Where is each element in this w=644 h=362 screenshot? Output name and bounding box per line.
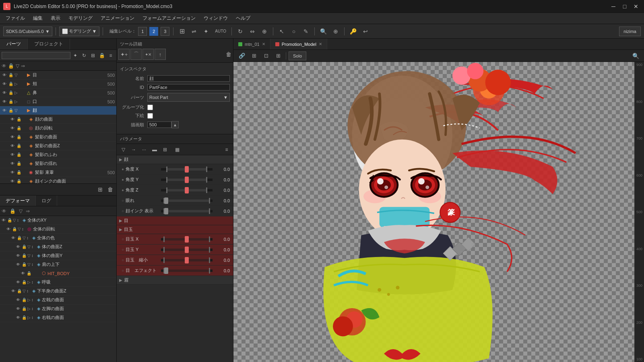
slider-thumb-angle-y[interactable] bbox=[185, 177, 189, 183]
part-row-hair-sway[interactable]: 👁 🔒 ◈ 髪影の揺れ bbox=[0, 159, 116, 168]
ct-mesh-icon[interactable]: ⊡ bbox=[261, 51, 271, 61]
lock-face-rot[interactable]: 🔒 bbox=[16, 125, 22, 131]
tab-log[interactable]: ログ bbox=[36, 195, 57, 206]
select-icon[interactable]: ↖ bbox=[277, 26, 287, 37]
undo-icon[interactable]: ↩ bbox=[360, 26, 371, 37]
vis-hair-curve-z[interactable]: 👁 bbox=[10, 143, 15, 149]
flip-icon[interactable]: ⇔ bbox=[247, 26, 258, 37]
slider-thumb-ink[interactable] bbox=[164, 208, 168, 214]
slider-thumb-eyeball-x[interactable] bbox=[185, 236, 189, 243]
lock-hair-curve[interactable]: 🔒 bbox=[16, 134, 22, 140]
part-row-face-ink[interactable]: 👁 🔒 ◈ 顔インクの曲面 bbox=[0, 177, 116, 183]
def-row-xy[interactable]: 👁 🔒 ▽ ↕ ◈ 全体のXY bbox=[0, 216, 116, 225]
orbit-icon[interactable]: ○ bbox=[289, 26, 299, 37]
lock-header-icon[interactable]: 🔒 bbox=[8, 63, 14, 69]
vis-hair-fluffy[interactable]: 👁 bbox=[10, 152, 15, 158]
menu-edit[interactable]: 編集 bbox=[29, 13, 47, 23]
zoom-in-icon[interactable]: ⊕ bbox=[330, 26, 341, 37]
warp-icon[interactable]: ⊕ bbox=[259, 26, 270, 37]
menu-window[interactable]: ウィンドウ bbox=[200, 13, 232, 23]
parts-add-icon[interactable]: ✦ bbox=[71, 51, 79, 60]
lock-hair-curve-z[interactable]: 🔒 bbox=[16, 143, 22, 149]
pen-icon[interactable]: ✎ bbox=[301, 26, 311, 37]
canvas-tab-mtn[interactable]: mtn_01 ✕ bbox=[233, 39, 270, 49]
menu-view[interactable]: 表示 bbox=[47, 13, 64, 23]
canvas-search-icon[interactable]: 🔍 bbox=[630, 51, 641, 61]
menu-file[interactable]: ファイル bbox=[2, 13, 29, 23]
parts-lock-icon[interactable]: 🔒 bbox=[98, 51, 106, 60]
close-button[interactable]: ✕ bbox=[631, 2, 641, 11]
vis-cheek[interactable]: 👁 bbox=[2, 81, 7, 87]
slider-thumb-angle-x[interactable] bbox=[185, 166, 189, 173]
search-zoom-icon[interactable]: 🔍 bbox=[318, 26, 329, 37]
vis-face-ink[interactable]: 👁 bbox=[10, 179, 15, 184]
lock-face-curve[interactable]: 🔒 bbox=[16, 117, 22, 122]
param-slider-eye-effect[interactable] bbox=[161, 269, 213, 272]
param-group-face[interactable]: ▶ 顔 bbox=[117, 155, 233, 164]
param-dot-blink[interactable]: ○ bbox=[120, 198, 126, 204]
def-row-right-leg[interactable]: 👁 🔒 ▷ ↕ ◈ 右戟の曲面 bbox=[0, 313, 116, 322]
param-tb-bar-btn[interactable]: ▬ bbox=[150, 145, 159, 154]
ct-link-icon[interactable]: 🔗 bbox=[237, 51, 247, 61]
param-dot-angle-z[interactable]: ● bbox=[120, 187, 126, 193]
vis-hair-bundle[interactable]: 👁 bbox=[10, 170, 15, 175]
td-curve-btn[interactable]: ⌒ bbox=[130, 49, 142, 60]
part-row-mouth[interactable]: 👁 🔒 ▷ □ 口 500 bbox=[0, 97, 116, 106]
part-row-hair-bundle[interactable]: 👁 🔒 ◉ 髪影 束葦 500 bbox=[0, 168, 116, 177]
tab-project[interactable]: プロジェクト bbox=[28, 39, 70, 49]
insp-checkbox-sketch[interactable] bbox=[147, 113, 153, 119]
vis-face-rot[interactable]: 👁 bbox=[10, 125, 15, 131]
nizima-button[interactable]: nizima bbox=[619, 27, 641, 36]
connect-icon[interactable]: ⇌ bbox=[189, 26, 199, 37]
vis-header-icon[interactable]: 👁 bbox=[2, 63, 6, 69]
parts-delete-icon[interactable]: 🗑 bbox=[106, 185, 115, 193]
lock-hair-sway[interactable]: 🔒 bbox=[16, 161, 22, 167]
param-slider-angle-z[interactable] bbox=[161, 189, 213, 191]
auto-icon[interactable]: AUTO bbox=[213, 26, 228, 37]
lock-face-ink[interactable]: 🔒 bbox=[16, 179, 22, 184]
part-row-eye[interactable]: 👁 🔒 ▽ ▶ 目 500 bbox=[0, 71, 116, 80]
lock-mouth[interactable]: 🔒 bbox=[8, 99, 14, 105]
edit-level-3[interactable]: 3 bbox=[161, 27, 169, 36]
part-row-hair-fluffy[interactable]: 👁 🔒 ◈ 髪影のふわ bbox=[0, 150, 116, 159]
vis-face-curve[interactable]: 👁 bbox=[10, 117, 15, 122]
param-dot-eyeball-y[interactable]: ○ bbox=[120, 247, 126, 253]
param-dot-angle-x[interactable]: ● bbox=[120, 167, 126, 172]
menu-modeling[interactable]: モデリング bbox=[64, 13, 97, 23]
def-row-breath[interactable]: 👁 🔒 ▷ ↕ ◈ 呼吸 bbox=[0, 278, 116, 287]
param-slider-ink[interactable] bbox=[161, 210, 213, 212]
vis-face[interactable]: 👁 bbox=[2, 108, 7, 113]
param-dot-eyeball-x[interactable]: ○ bbox=[120, 237, 126, 242]
slider-thumb-angle-z[interactable] bbox=[185, 187, 189, 193]
insp-input-id[interactable] bbox=[147, 84, 230, 90]
param-slider-eyeball-y[interactable] bbox=[161, 249, 213, 251]
part-row-face-rot[interactable]: 👁 🔒 ◎ 顔の回転 bbox=[0, 124, 116, 133]
model-close-btn[interactable]: ✕ bbox=[319, 42, 322, 46]
part-row-hair-curve[interactable]: 👁 🔒 ◈ 髪影の曲面 bbox=[0, 133, 116, 142]
parts-merge-icon[interactable]: ⊞ bbox=[89, 51, 97, 60]
part-row-cheek[interactable]: 👁 🔒 ▷ ▶ 頬 500 bbox=[0, 80, 116, 88]
part-row-hair-curve-z[interactable]: 👁 🔒 ◈ 髪影の曲面Z bbox=[0, 142, 116, 150]
def-row-left-foot[interactable]: 👁 🔒 ▷ ↕ ◈ 左脚の曲面 bbox=[0, 304, 116, 313]
parts-more-icon[interactable]: ≡ bbox=[107, 51, 115, 60]
rotate-icon[interactable]: ↻ bbox=[235, 26, 246, 37]
def-row-body-z[interactable]: 👁 🔒 ▽ ↕ ◈ 体の曲面Z bbox=[0, 243, 116, 251]
mtn-close-btn[interactable]: ✕ bbox=[262, 42, 265, 46]
def-expand-icon[interactable]: ▽ bbox=[19, 208, 23, 214]
def-row-rot[interactable]: 👁 🔒 ▽ ↕ ◎ 全体の回転 bbox=[0, 225, 116, 234]
snap-icon[interactable]: ⊞ bbox=[177, 26, 187, 37]
def-row-body-y[interactable]: 👁 🔒 ▽ ↕ ◈ 体の曲面Y bbox=[0, 251, 116, 260]
canvas-tab-model[interactable]: Promotion_Model ✕ bbox=[270, 39, 327, 49]
insp-input-name[interactable] bbox=[147, 75, 230, 82]
def-row-left-leg[interactable]: 👁 🔒 ▷ ↕ ◈ 左戟の曲面 bbox=[0, 296, 116, 304]
param-dot-angle-y[interactable]: ● bbox=[120, 177, 126, 183]
child-header-icon[interactable]: ⇒ bbox=[21, 63, 25, 69]
parts-refresh-icon[interactable]: ↻ bbox=[80, 51, 88, 60]
param-slider-angle-x[interactable] bbox=[161, 168, 213, 171]
ct-grid-icon[interactable]: ⊞ bbox=[273, 51, 283, 61]
lock-hair-bundle[interactable]: 🔒 bbox=[16, 170, 22, 175]
menu-help[interactable]: ヘルプ bbox=[232, 13, 254, 23]
part-row-face-curve[interactable]: 👁 🔒 ◈ 顔の曲面 bbox=[0, 115, 116, 124]
td-special-btn[interactable]: ✦✕ bbox=[142, 49, 154, 60]
def-row-lower-z[interactable]: 👁 🔒 ▽ ↕ ◈ 下半身の曲面Z bbox=[0, 287, 116, 296]
